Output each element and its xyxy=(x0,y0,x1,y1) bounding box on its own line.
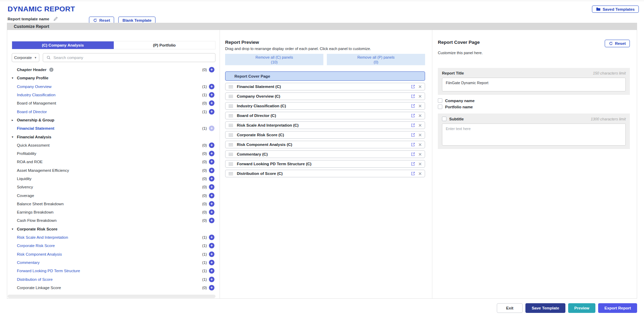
add-item-button[interactable]: + xyxy=(209,142,214,148)
remove-panel-icon[interactable]: ✕ xyxy=(418,94,422,99)
preview-panel-row-distribution-of-score-c[interactable]: Distribution of Score (C)✕ xyxy=(225,170,425,177)
add-item-button[interactable]: + xyxy=(209,268,214,274)
open-panel-icon[interactable] xyxy=(411,85,415,89)
add-item-button[interactable]: + xyxy=(209,151,214,156)
tree-group-financial-analysis[interactable]: ▾Financial Analysis xyxy=(12,132,215,141)
preview-panel-row-board-of-director-c[interactable]: Board of Director (C)✕ xyxy=(225,112,425,119)
subtitle-checkbox[interactable] xyxy=(442,117,446,121)
open-panel-icon[interactable] xyxy=(411,113,415,118)
tree-item-distribution-of-score[interactable]: Distribution of Score(1)+ xyxy=(12,275,215,283)
drag-handle-icon[interactable] xyxy=(229,153,233,156)
horizontal-scrollbar[interactable] xyxy=(8,295,215,298)
tree-item-balance-sheet-breakdown[interactable]: Balance Sheet Breakdown(0)+ xyxy=(12,200,215,208)
company-name-checkbox[interactable] xyxy=(438,98,442,103)
drag-handle-icon[interactable] xyxy=(229,105,233,108)
preview-panel-row-risk-component-analysis-c[interactable]: Risk Component Analysis (C)✕ xyxy=(225,141,425,148)
open-panel-icon[interactable] xyxy=(411,94,415,98)
tree-item-risk-component-analysis[interactable]: Risk Component Analysis(1)+ xyxy=(12,250,215,258)
add-item-button[interactable]: + xyxy=(209,84,214,89)
tree-item-company-overview[interactable]: Company Overview(1)+ xyxy=(12,82,215,91)
add-item-button[interactable]: + xyxy=(209,159,214,165)
add-item-button[interactable]: + xyxy=(209,92,214,98)
add-item-button[interactable]: + xyxy=(209,285,214,290)
drag-handle-icon[interactable] xyxy=(229,162,233,166)
tab-company-analysis[interactable]: (C) Company Analysis xyxy=(12,41,114,49)
corporate-dropdown[interactable]: Corporate ▼ xyxy=(12,53,39,62)
preview-panel-row-company-overview-c[interactable]: Company Overview (C)✕ xyxy=(225,92,425,100)
drag-handle-icon[interactable] xyxy=(229,85,233,88)
export-report-button[interactable]: Export Report xyxy=(598,303,637,313)
add-item-button[interactable]: + xyxy=(209,251,214,257)
tree-item-cash-flow-breakdown[interactable]: Cash Flow Breakdown(0)+ xyxy=(12,216,215,225)
remove-panel-icon[interactable]: ✕ xyxy=(418,123,422,128)
remove-panel-icon[interactable]: ✕ xyxy=(418,162,422,166)
save-template-button[interactable]: Save Template xyxy=(525,303,565,313)
preview-panel-row-corporate-risk-score-c[interactable]: Corporate Risk Score (C)✕ xyxy=(225,131,425,139)
tree-group-corporate-risk-score[interactable]: ▾Corporate Risk Score xyxy=(12,225,215,233)
reset-panel-button[interactable]: Reset xyxy=(605,40,630,47)
tree-item-earnings-breakdown[interactable]: Earnings Breakdown(0)+ xyxy=(12,208,215,216)
add-item-button[interactable]: + xyxy=(209,176,214,181)
open-panel-icon[interactable] xyxy=(411,162,415,166)
open-panel-icon[interactable] xyxy=(411,133,415,137)
add-item-button[interactable]: + xyxy=(209,67,214,72)
add-item-button[interactable]: + xyxy=(209,218,214,223)
saved-templates-button[interactable]: Saved Templates xyxy=(592,6,639,13)
checkbox-company-name[interactable]: Company name xyxy=(438,98,630,103)
cover-page-row[interactable]: Report Cover Page xyxy=(225,71,425,81)
caret-right-icon[interactable]: ▸ xyxy=(12,118,17,122)
remove-panel-icon[interactable]: ✕ xyxy=(418,113,422,118)
preview-panel-row-financial-statement-c[interactable]: Financial Statement (C)✕ xyxy=(225,83,425,90)
caret-down-icon[interactable]: ▾ xyxy=(12,135,17,139)
preview-panel-row-commentary-c[interactable]: Commentary (C)✕ xyxy=(225,150,425,158)
tree-item-asset-management-efficiency[interactable]: Asset Management Efficiency(0)+ xyxy=(12,166,215,175)
remove-panel-icon[interactable]: ✕ xyxy=(418,152,422,157)
edit-pencil-icon[interactable] xyxy=(53,17,58,21)
add-item-button[interactable]: + xyxy=(209,193,214,198)
tree-item-forward-looking-pd-term-structure[interactable]: Forward Looking PD Term Structure(1)+ xyxy=(12,267,215,275)
checkbox-portfolio-name[interactable]: Portfolio name xyxy=(438,105,630,109)
tree-item-chapter-header[interactable]: Chapter Headeri(0)+ xyxy=(12,66,215,74)
add-item-button[interactable]: + xyxy=(209,235,214,240)
tree-item-profitability[interactable]: Profitability(0)+ xyxy=(12,149,215,158)
tree-item-liquidity[interactable]: Liquidity(0)+ xyxy=(12,175,215,183)
drag-handle-icon[interactable] xyxy=(229,134,233,137)
drag-handle-icon[interactable] xyxy=(229,114,233,117)
remove-panel-icon[interactable]: ✕ xyxy=(418,85,422,89)
add-item-button[interactable]: + xyxy=(209,260,214,265)
tree-item-board-of-management[interactable]: Board of Management(0)+ xyxy=(12,99,215,107)
open-panel-icon[interactable] xyxy=(411,171,415,176)
remove-panel-icon[interactable]: ✕ xyxy=(418,133,422,137)
tab-portfolio[interactable]: (P) Portfolio xyxy=(114,41,215,49)
caret-down-icon[interactable]: ▾ xyxy=(12,227,17,231)
tree-item-corporate-risk-score[interactable]: Corporate Risk Score(1)+ xyxy=(12,241,215,250)
add-item-button[interactable]: + xyxy=(209,168,214,173)
tree-item-risk-scale-and-interpretation[interactable]: Risk Scale And Interpretation(1)+ xyxy=(12,233,215,241)
preview-panel-row-industry-classification-c[interactable]: Industry Classification (C)✕ xyxy=(225,102,425,110)
add-item-button[interactable]: + xyxy=(209,100,214,106)
remove-panel-icon[interactable]: ✕ xyxy=(418,171,422,176)
add-item-button[interactable]: + xyxy=(209,243,214,248)
preview-button[interactable]: Preview xyxy=(568,303,595,313)
remove-all-p-button[interactable]: Remove all (P) panels(0) xyxy=(327,54,425,65)
remove-panel-icon[interactable]: ✕ xyxy=(418,142,422,147)
tree-item-roa-and-roe[interactable]: ROA and ROE(0)+ xyxy=(12,158,215,166)
add-item-button[interactable]: + xyxy=(209,184,214,190)
open-panel-icon[interactable] xyxy=(411,152,415,156)
tree-item-solvency[interactable]: Solvency(0)+ xyxy=(12,183,215,191)
add-item-button[interactable]: + xyxy=(209,109,214,115)
tree-item-coverage[interactable]: Coverage(0)+ xyxy=(12,191,215,199)
subtitle-input[interactable] xyxy=(442,124,626,146)
add-item-button[interactable]: + xyxy=(209,277,214,282)
drag-handle-icon[interactable] xyxy=(229,95,233,98)
exit-button[interactable]: Exit xyxy=(497,303,523,313)
search-company-input[interactable] xyxy=(53,56,212,60)
tree-item-financial-statement[interactable]: Financial Statement(1)+ xyxy=(12,124,215,132)
preview-panel-row-risk-scale-and-interpretation-c[interactable]: Risk Scale And Interpretation (C)✕ xyxy=(225,121,425,129)
open-panel-icon[interactable] xyxy=(411,142,415,147)
tree-item-quick-assessment[interactable]: Quick Assessment(0)+ xyxy=(12,141,215,149)
remove-panel-icon[interactable]: ✕ xyxy=(418,104,422,108)
tree-group-ownership-group[interactable]: ▸Ownership & Group xyxy=(12,116,215,124)
portfolio-name-checkbox[interactable] xyxy=(438,105,442,109)
tree-item-corporate-linkage-score[interactable]: Corporate Linkage Score(0)+ xyxy=(12,284,215,292)
